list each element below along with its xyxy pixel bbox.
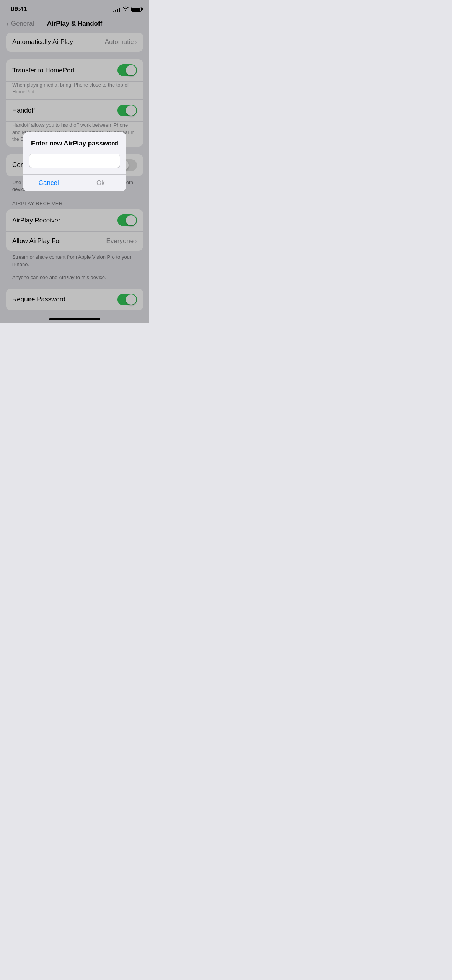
ok-button[interactable]: Ok	[75, 175, 127, 191]
password-dialog: Enter new AirPlay password Cancel Ok	[23, 132, 126, 191]
dialog-overlay: Enter new AirPlay password Cancel Ok	[0, 0, 149, 323]
cancel-button[interactable]: Cancel	[23, 175, 75, 191]
password-input[interactable]	[29, 154, 120, 168]
dialog-title: Enter new AirPlay password	[29, 140, 120, 147]
dialog-buttons: Cancel Ok	[23, 174, 126, 191]
dialog-content: Enter new AirPlay password	[23, 132, 126, 174]
